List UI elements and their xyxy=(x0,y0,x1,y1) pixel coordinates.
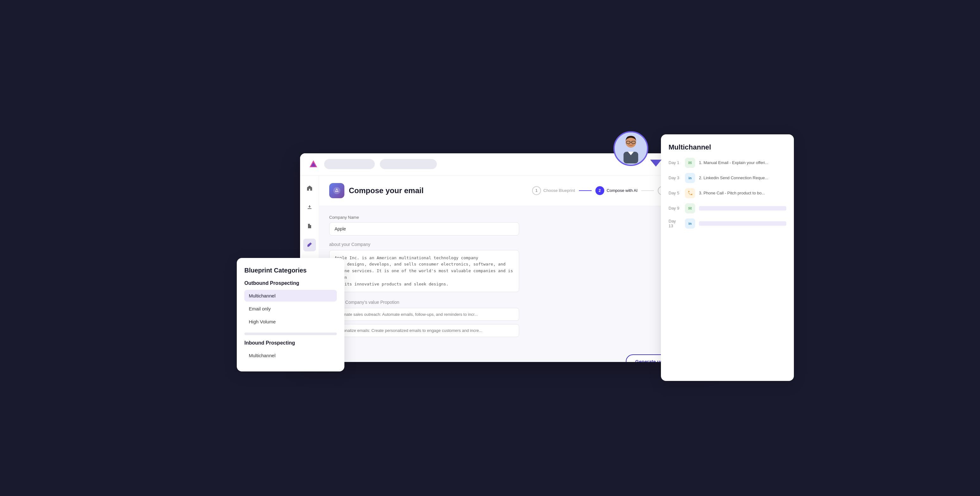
day-5-content: 3. Phone Call - Pitch product to bo... xyxy=(699,191,786,195)
sidebar-home[interactable] xyxy=(303,182,316,195)
company-name-input[interactable] xyxy=(329,222,519,236)
day-3-label: Day 3 xyxy=(668,176,681,180)
sidebar-download[interactable] xyxy=(303,201,316,213)
nav-menu[interactable] xyxy=(380,159,437,169)
about-textarea[interactable]: Apple Inc. is an American multinational … xyxy=(329,250,519,292)
step-2-circle: 2 xyxy=(595,186,604,195)
sidebar-compose[interactable] xyxy=(303,239,316,251)
step-divider-2 xyxy=(641,190,654,191)
day-13-placeholder xyxy=(699,221,786,226)
day-3-content: 2. Linkedin Send Connection Reque... xyxy=(699,176,786,180)
compose-logo-icon xyxy=(329,183,344,198)
inbound-multichannel[interactable]: Multichannel xyxy=(244,350,337,361)
top-nav xyxy=(300,153,711,176)
step-1-label: Choose Blueprint xyxy=(544,188,575,193)
value-prop-item-1[interactable]: Automate sales outreach: Automate emails… xyxy=(329,308,519,321)
phone-icon-1 xyxy=(685,188,695,198)
day-9-placeholder xyxy=(699,206,786,211)
day-row-1: Day 1 ✉ 1. Manual Email - Explain your o… xyxy=(668,158,786,168)
category-divider xyxy=(244,333,337,335)
compose-form: Company Name about your Company Apple In… xyxy=(319,206,711,362)
day-1-content: 1. Manual Email - Explain your offeri... xyxy=(699,160,786,165)
more-link[interactable]: More xyxy=(329,343,702,348)
about-label: about your Company xyxy=(329,242,702,247)
multichannel-panel: Multichannel Day 1 ✉ 1. Manual Email - E… xyxy=(661,134,794,381)
step-2-label: Compose with AI xyxy=(607,188,638,193)
day-row-5: Day 5 3. Phone Call - Pitch product to b… xyxy=(668,188,786,198)
category-high-volume[interactable]: High Volume xyxy=(244,316,337,328)
outbound-section-title: Outbound Prospecting xyxy=(244,280,337,286)
day-row-3: Day 3 in 2. Linkedin Send Connection Req… xyxy=(668,173,786,183)
compose-title: Compose your email xyxy=(349,186,423,195)
blueprint-panel: Blueprint Categories Outbound Prospectin… xyxy=(237,258,344,371)
step-1: 1 Choose Blueprint xyxy=(532,186,575,195)
multichannel-title: Multichannel xyxy=(668,143,786,151)
main-window: Compose your email 1 Choose Blueprint 2 … xyxy=(300,153,711,362)
inbound-section-title: Inbound Prospecting xyxy=(244,340,337,346)
value-prop-item-2[interactable]: Personalize emails: Create personalized … xyxy=(329,324,519,337)
app-logo[interactable] xyxy=(308,158,319,170)
step-2: 2 Compose with AI xyxy=(595,186,638,195)
day-row-13: Day 13 in xyxy=(668,219,786,228)
blueprint-panel-title: Blueprint Categories xyxy=(244,267,337,274)
step-1-circle: 1 xyxy=(532,186,541,195)
linkedin-icon-1: in xyxy=(685,173,695,183)
compose-header: Compose your email 1 Choose Blueprint 2 … xyxy=(319,176,711,206)
email-icon-2: ✉ xyxy=(685,203,695,213)
user-avatar-bubble xyxy=(613,131,648,166)
step-divider-1 xyxy=(579,190,592,191)
nav-search[interactable] xyxy=(324,159,375,169)
day-row-9: Day 9 ✉ xyxy=(668,203,786,213)
email-icon-1: ✉ xyxy=(685,158,695,168)
linkedin-icon-2: in xyxy=(685,219,695,228)
day-13-label: Day 13 xyxy=(668,219,681,228)
day-5-label: Day 5 xyxy=(668,191,681,195)
arrow-decoration xyxy=(650,160,662,166)
day-1-label: Day 1 xyxy=(668,160,681,165)
company-name-label: Company Name xyxy=(329,215,702,220)
day-9-label: Day 9 xyxy=(668,206,681,211)
sidebar-docs[interactable] xyxy=(303,220,316,232)
value-prop-label: on your Company's value Propotion xyxy=(329,300,702,305)
category-email-only[interactable]: Email only xyxy=(244,303,337,315)
category-multichannel[interactable]: Multichannel xyxy=(244,290,337,301)
main-content: Compose your email 1 Choose Blueprint 2 … xyxy=(319,176,711,362)
